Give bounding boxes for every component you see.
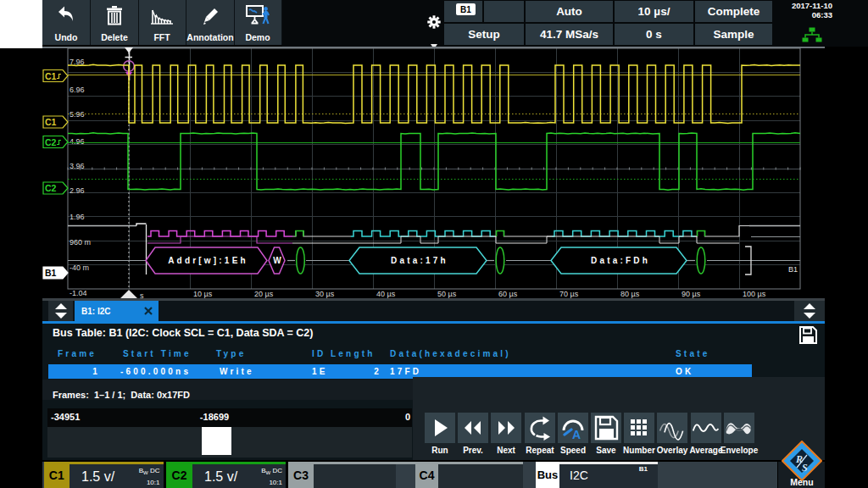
svg-text:10 µs: 10 µs xyxy=(193,290,213,298)
svg-text:W: W xyxy=(273,256,281,265)
svg-text:30 µs: 30 µs xyxy=(315,290,335,298)
svg-text:100 µs: 100 µs xyxy=(743,290,766,298)
svg-text:Data:17h: Data:17h xyxy=(391,256,448,265)
svg-text:C1: C1 xyxy=(45,117,57,127)
svg-text:90 µs: 90 µs xyxy=(682,290,701,298)
svg-text:B1: B1 xyxy=(45,268,57,278)
svg-text:40 µs: 40 µs xyxy=(376,290,396,298)
svg-text:50 µs: 50 µs xyxy=(437,290,457,298)
svg-text:Addr[w]:1Eh: Addr[w]:1Eh xyxy=(168,256,248,265)
svg-text:C2: C2 xyxy=(45,137,57,147)
svg-text:3.96: 3.96 xyxy=(70,162,85,170)
svg-text:2.96: 2.96 xyxy=(70,186,85,195)
svg-text:-1.04: -1.04 xyxy=(70,289,87,297)
svg-text:S: S xyxy=(802,462,808,474)
svg-text:C2: C2 xyxy=(45,183,57,193)
svg-text:C1: C1 xyxy=(45,71,57,81)
svg-text:20 µs: 20 µs xyxy=(254,290,274,298)
svg-text:-40 m: -40 m xyxy=(70,263,89,272)
svg-text:Data:FDh: Data:FDh xyxy=(591,256,650,265)
svg-text:4.96: 4.96 xyxy=(70,137,85,146)
svg-text:B1: B1 xyxy=(788,265,798,274)
svg-text:960 m: 960 m xyxy=(70,238,91,247)
svg-text:80 µs: 80 µs xyxy=(620,290,640,298)
svg-text:A: A xyxy=(572,428,581,441)
svg-text:1.96: 1.96 xyxy=(70,213,85,221)
svg-text:60 µs: 60 µs xyxy=(498,290,518,298)
svg-text:70 µs: 70 µs xyxy=(559,290,579,298)
svg-text:6.96: 6.96 xyxy=(70,86,85,94)
